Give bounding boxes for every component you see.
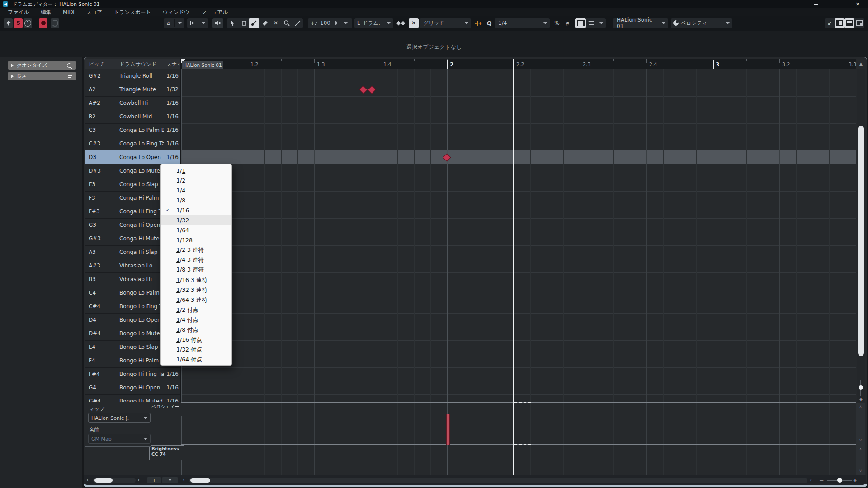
mute-tool[interactable]: ✕ xyxy=(270,18,281,28)
solo-editor-button[interactable]: S xyxy=(14,18,23,28)
grid-row[interactable] xyxy=(181,123,856,137)
object-selection-tool[interactable] xyxy=(227,18,238,28)
drum-snap-cell[interactable]: 1/16 xyxy=(164,110,181,123)
add-controller-lane-button[interactable]: + xyxy=(147,477,161,483)
context-menu-item[interactable]: 1/16 3 連符 xyxy=(161,275,231,285)
open-in-lower-zone-button[interactable]: ↙ xyxy=(825,18,835,28)
menubar-item[interactable]: トランスポート xyxy=(108,9,157,16)
grid-row[interactable] xyxy=(181,218,856,232)
grid-row[interactable] xyxy=(181,245,856,259)
velocity-bar[interactable] xyxy=(446,414,450,445)
drum-snap-cell[interactable]: 1/16 xyxy=(164,367,181,381)
lane-scroll-down[interactable]: ∨ xyxy=(856,437,865,443)
name-select[interactable]: GM Map xyxy=(88,434,151,444)
vertical-zoom-in-button[interactable]: + xyxy=(857,396,865,403)
part-name-badge[interactable]: HALion Sonic 01 xyxy=(182,61,223,69)
horizontal-zoom-in-button[interactable]: + xyxy=(853,477,858,483)
grid-row[interactable] xyxy=(181,96,856,110)
context-menu-item[interactable]: 1/32 3 連符 xyxy=(161,285,231,295)
grid-row[interactable] xyxy=(181,150,856,164)
drum-snap-cell[interactable]: 1/32 xyxy=(164,83,181,96)
controller-select-combo[interactable]: ベロシティー xyxy=(671,18,732,28)
drum-snap-cell[interactable]: 1/16 xyxy=(164,150,181,164)
controller-display[interactable] xyxy=(181,402,856,475)
menubar-item[interactable]: MIDI xyxy=(57,9,80,15)
drum-snap-cell[interactable]: 1/16 xyxy=(164,123,181,137)
window-layout-setup-button[interactable] xyxy=(854,18,864,28)
grid-row[interactable] xyxy=(181,259,856,273)
grid-row[interactable] xyxy=(181,354,856,368)
quantize-preset-combo[interactable]: 1/4 xyxy=(495,18,550,28)
menubar-item[interactable]: 編集 xyxy=(35,9,57,16)
grid-row[interactable] xyxy=(181,164,856,178)
show-lower-zone-button[interactable] xyxy=(844,18,854,28)
context-menu-item[interactable]: 1/8 xyxy=(161,195,231,205)
drum-snap-cell[interactable]: 1/16 xyxy=(164,96,181,110)
note-length-combo[interactable]: L ドラム. xyxy=(354,18,393,28)
grid-scroll-right[interactable]: › xyxy=(810,477,812,483)
menubar-item[interactable]: スコア xyxy=(80,9,108,16)
menubar-item[interactable]: ウィンドウ xyxy=(157,9,195,16)
drum-list-row[interactable]: A2Triangle Mute1/32 xyxy=(85,83,181,97)
drum-list-row[interactable]: C3Conga Lo Palm Bass1/16 xyxy=(85,123,181,137)
lane-scroll-up[interactable]: ∧ xyxy=(856,404,865,409)
record-button[interactable] xyxy=(39,18,47,28)
context-menu-item[interactable]: 1/128 xyxy=(161,235,231,245)
restore-button[interactable] xyxy=(826,0,847,8)
controller-lanes-button[interactable] xyxy=(586,18,597,28)
grid-row[interactable] xyxy=(181,340,856,354)
eraser-tool[interactable] xyxy=(259,18,270,28)
pin-button[interactable] xyxy=(4,18,13,28)
part-select-combo[interactable]: HALion Sonic 01 xyxy=(613,18,668,28)
controller-lane-setup-button[interactable] xyxy=(575,18,586,28)
context-menu-item[interactable]: ✓1/16 xyxy=(161,205,231,215)
context-menu-item[interactable]: 1/2 付点 xyxy=(161,305,231,315)
list-scroll-left[interactable]: ‹ xyxy=(86,477,89,483)
quantize-panel-button[interactable]: e xyxy=(562,18,571,28)
map-select[interactable]: HALion Sonic [. xyxy=(88,413,151,423)
apply-quantize-button[interactable]: % xyxy=(552,18,561,28)
show-left-zone-button[interactable] xyxy=(835,18,844,28)
scroll-up-arrow[interactable]: ▲ xyxy=(857,60,865,67)
project-cursor[interactable] xyxy=(513,59,514,475)
velocity-dropdown[interactable] xyxy=(341,18,350,28)
drum-list-row[interactable]: F#4Bongo Hi Fing Tap1/16 xyxy=(85,367,181,381)
context-menu-item[interactable]: 1/16 付点 xyxy=(161,335,231,345)
part-editing-mode-dropdown[interactable] xyxy=(175,18,184,28)
velocity-stepper[interactable] xyxy=(335,21,337,25)
drum-snap-cell[interactable]: 1/16 xyxy=(164,394,181,402)
grid-row[interactable] xyxy=(181,137,856,151)
lane-scroll-up[interactable]: ∧ xyxy=(856,446,865,452)
context-menu-item[interactable]: 1/8 付点 xyxy=(161,325,231,335)
sound-column-header[interactable]: ドラムサウンド xyxy=(117,61,164,68)
horizontal-zoom-out-button[interactable]: − xyxy=(819,477,824,483)
context-menu-item[interactable]: 1/1 xyxy=(161,165,231,175)
grid-scroll-left[interactable]: ‹ xyxy=(183,477,185,483)
velocity-lane-label[interactable]: ベロシティー xyxy=(149,403,184,416)
grid-row[interactable] xyxy=(181,205,856,219)
lane-scroll-down[interactable]: ∨ xyxy=(856,468,865,474)
drum-list-row[interactable]: G#2Triangle Roll1/16 xyxy=(85,69,181,83)
range-selection-tool[interactable] xyxy=(238,18,249,28)
grid-row[interactable] xyxy=(181,286,856,300)
grid-row[interactable] xyxy=(181,232,856,246)
drum-snap-cell[interactable]: 1/16 xyxy=(164,381,181,394)
column-divider[interactable] xyxy=(160,59,160,402)
grid-row[interactable] xyxy=(181,178,856,192)
context-menu-item[interactable]: 1/64 付点 xyxy=(161,355,231,365)
line-tool[interactable] xyxy=(292,18,303,28)
drum-list-row[interactable]: C#3Conga Lo Fing Tap1/16 xyxy=(85,137,181,151)
menubar-item[interactable]: マニュアル xyxy=(195,9,234,16)
part-editing-mode-button[interactable]: ⌂ xyxy=(164,18,173,28)
grid-scrollbar[interactable] xyxy=(189,478,807,483)
context-menu-item[interactable]: 1/2 xyxy=(161,175,231,185)
timeline-ruler[interactable]: 1.21.31.422.22.32.433.23.3 xyxy=(181,59,856,69)
context-menu-item[interactable]: 1/4 xyxy=(161,185,231,195)
autoscroll-button[interactable] xyxy=(187,18,197,28)
menubar-item[interactable]: ファイル xyxy=(2,9,35,16)
snap-type-combo[interactable]: グリッド xyxy=(420,18,471,28)
pitch-column-header[interactable]: ピッチ xyxy=(85,61,117,68)
minimize-button[interactable] xyxy=(806,0,826,8)
grid-row[interactable] xyxy=(181,367,856,381)
controller-lane-menu-button[interactable] xyxy=(162,477,178,483)
